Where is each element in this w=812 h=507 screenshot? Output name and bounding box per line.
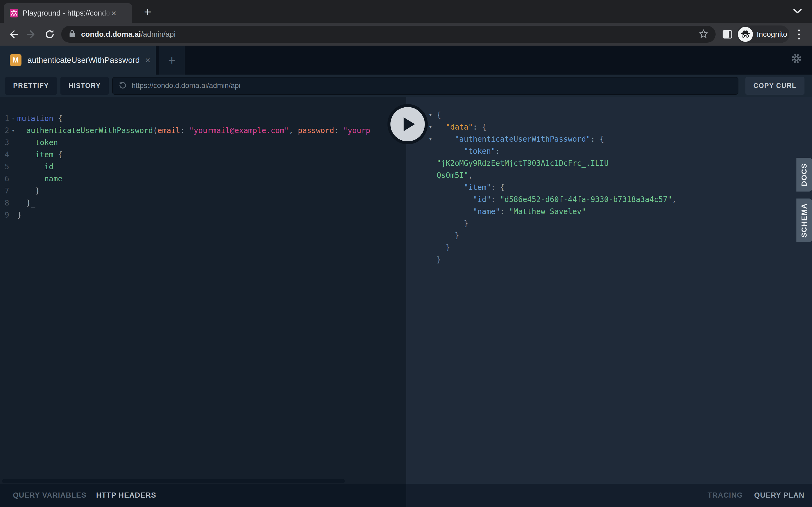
- collapse-arrow-icon: [406, 230, 437, 242]
- playground-main: 1▾mutation {2▾ authenticateUserWithPassw…: [0, 97, 812, 484]
- incognito-icon: [738, 27, 753, 42]
- prettify-button[interactable]: PRETTIFY: [5, 77, 57, 95]
- copy-curl-button[interactable]: COPY CURL: [746, 77, 805, 95]
- browser-tab-strip: Playground - https://condo.d.d × +: [0, 0, 812, 23]
- line-number: 7: [0, 185, 9, 197]
- history-button[interactable]: HISTORY: [60, 77, 109, 95]
- code-line: }: [406, 218, 812, 230]
- fold-arrow-icon: [9, 185, 17, 197]
- url-host: condo.d.doma.ai: [81, 30, 141, 38]
- fold-arrow-icon: [9, 209, 17, 221]
- query-variables-tab[interactable]: QUERY VARIABLES: [13, 491, 87, 500]
- fold-arrow-icon[interactable]: ▾: [9, 124, 17, 136]
- http-headers-tab[interactable]: HTTP HEADERS: [96, 491, 156, 500]
- collapse-arrow-icon: [406, 181, 437, 193]
- code-line: "item": {: [406, 181, 812, 193]
- collapse-arrow-icon: [406, 169, 437, 181]
- line-number: 4: [0, 149, 9, 161]
- session-tab-close-icon[interactable]: ×: [145, 56, 151, 65]
- collapse-arrow-icon: [406, 206, 437, 218]
- new-session-tab-button[interactable]: +: [159, 46, 185, 74]
- response-json: ▾{▾ "data": {▾ "authenticateUserWithPass…: [406, 97, 812, 266]
- chevron-down-icon[interactable]: [793, 8, 802, 15]
- endpoint-input[interactable]: https://condo.d.doma.ai/admin/api: [112, 77, 739, 95]
- settings-gear-icon[interactable]: [790, 52, 803, 65]
- fold-arrow-icon: [9, 136, 17, 149]
- collapse-arrow-icon: [406, 218, 437, 230]
- fold-arrow-icon: [9, 173, 17, 185]
- code-line: Qs0m5I",: [406, 169, 812, 181]
- horizontal-scrollbar[interactable]: [2, 479, 345, 484]
- tracing-tab[interactable]: TRACING: [708, 491, 743, 500]
- code-line: }: [406, 242, 812, 254]
- code-line: "name": "Matthew Savelev": [406, 206, 812, 218]
- code-line: }: [406, 254, 812, 266]
- query-editor-pane[interactable]: 1▾mutation {2▾ authenticateUserWithPassw…: [0, 97, 406, 484]
- endpoint-url-text: https://condo.d.doma.ai/admin/api: [132, 81, 240, 90]
- code-line: }: [406, 230, 812, 242]
- browser-menu-icon[interactable]: [798, 30, 800, 40]
- line-number: 1: [0, 112, 9, 124]
- code-line: ▾ "data": {: [406, 121, 812, 133]
- schema-side-tab[interactable]: SCHEMA: [797, 199, 812, 242]
- url-path: /admin/api: [141, 30, 175, 38]
- lock-icon: [68, 29, 76, 40]
- code-line: 4 item {: [0, 149, 406, 161]
- docs-side-tab[interactable]: DOCS: [797, 158, 812, 191]
- collapse-arrow-icon: [406, 254, 437, 266]
- bottom-bar-left: QUERY VARIABLES HTTP HEADERS: [0, 484, 406, 507]
- query-editor-code[interactable]: 1▾mutation {2▾ authenticateUserWithPassw…: [0, 97, 406, 221]
- code-line: ▾ "authenticateUserWithPassword": {: [406, 133, 812, 145]
- session-tab[interactable]: M authenticateUserWithPassword ×: [0, 46, 156, 74]
- code-line: "token":: [406, 145, 812, 157]
- code-line: ▾{: [406, 109, 812, 121]
- playground-tab-bar: M authenticateUserWithPassword × +: [0, 46, 812, 74]
- fold-arrow-icon: [9, 197, 17, 209]
- bookmark-star-icon[interactable]: [698, 29, 709, 40]
- response-pane: ▾{▾ "data": {▾ "authenticateUserWithPass…: [406, 97, 812, 484]
- line-number: 6: [0, 173, 9, 185]
- session-tab-title: authenticateUserWithPassword: [28, 56, 140, 65]
- code-line: 3 token: [0, 136, 406, 149]
- fold-arrow-icon: [9, 161, 17, 173]
- code-line: 2▾ authenticateUserWithPassword(email: "…: [0, 124, 406, 136]
- code-line: 6 name: [0, 173, 406, 185]
- graphql-favicon-icon: [10, 9, 18, 17]
- code-line: 9}: [0, 209, 406, 221]
- code-line: "jK2oMGy9RdzEetMjctT903A1c1DcFrc_.ILIU: [406, 157, 812, 169]
- line-number: 5: [0, 161, 9, 173]
- incognito-badge: Incognito: [737, 25, 790, 43]
- browser-tab-close-icon[interactable]: ×: [111, 9, 116, 18]
- new-tab-button[interactable]: +: [139, 4, 156, 20]
- incognito-label: Incognito: [757, 30, 787, 39]
- browser-tab-title: Playground - https://condo.d.d: [22, 9, 111, 17]
- code-line: "id": "d586e452-d60f-44fa-9330-b7318a3a4…: [406, 193, 812, 206]
- side-panel-icon[interactable]: [722, 30, 732, 40]
- bottom-bar-right: TRACING QUERY PLAN: [406, 484, 812, 507]
- code-line: 7 }: [0, 185, 406, 197]
- code-line: 5 id: [0, 161, 406, 173]
- playground-toolbar: PRETTIFY HISTORY https://condo.d.doma.ai…: [0, 74, 812, 97]
- bottom-bar: QUERY VARIABLES HTTP HEADERS TRACING QUE…: [0, 484, 812, 507]
- line-number: 8: [0, 197, 9, 209]
- collapse-arrow-icon: [406, 157, 437, 169]
- browser-toolbar: condo.d.doma.ai/admin/api Incognito: [0, 23, 812, 46]
- browser-tab[interactable]: Playground - https://condo.d.d ×: [4, 3, 132, 23]
- query-plan-tab[interactable]: QUERY PLAN: [754, 491, 805, 500]
- back-icon[interactable]: [7, 29, 19, 41]
- reload-ccw-icon[interactable]: [118, 81, 127, 91]
- execute-query-button[interactable]: [391, 107, 425, 142]
- address-bar[interactable]: condo.d.doma.ai/admin/api: [61, 26, 716, 43]
- reload-icon[interactable]: [44, 29, 55, 41]
- mutation-badge: M: [10, 54, 21, 66]
- fold-arrow-icon[interactable]: ▾: [9, 112, 17, 124]
- line-number: 9: [0, 209, 9, 221]
- line-number: 2: [0, 124, 9, 136]
- forward-icon[interactable]: [26, 29, 37, 41]
- collapse-arrow-icon: [406, 193, 437, 206]
- line-number: 3: [0, 136, 9, 149]
- collapse-arrow-icon: [406, 145, 437, 157]
- fold-arrow-icon: [9, 149, 17, 161]
- url-text: condo.d.doma.ai/admin/api: [81, 30, 698, 39]
- collapse-arrow-icon: [406, 242, 437, 254]
